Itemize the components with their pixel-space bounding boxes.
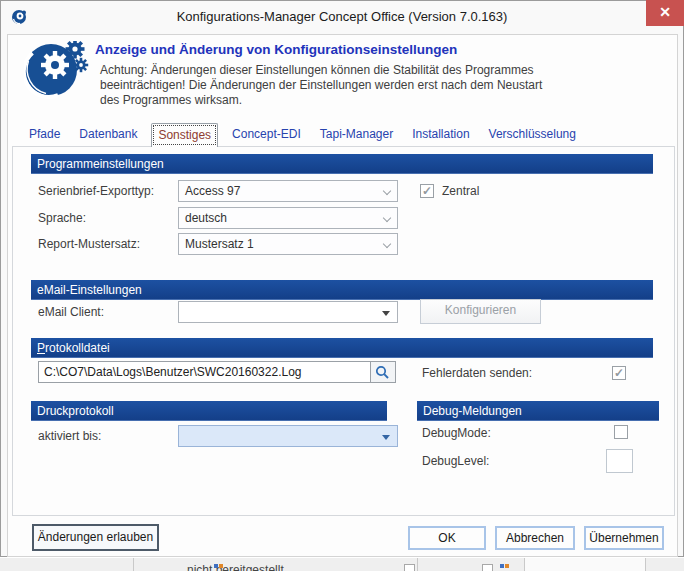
zentral-checkbox[interactable]: ✓ <box>420 184 434 198</box>
debuglevel-label: DebugLevel: <box>422 454 489 468</box>
tab-installation[interactable]: Installation <box>407 123 474 147</box>
sprache-combobox[interactable]: deutsch <box>178 207 398 229</box>
tab-pfade[interactable]: Pfade <box>24 123 65 147</box>
fehlerdaten-checkbox[interactable]: ✓ <box>612 366 626 380</box>
section-email-einstellungen: eMail-Einstellungen <box>31 280 653 300</box>
uebernehmen-button[interactable]: Übernehmen <box>584 526 664 550</box>
tab-concept-edi[interactable]: Concept-EDI <box>227 123 306 147</box>
chevron-down-icon <box>383 240 391 248</box>
dropdown-arrow-icon <box>382 435 390 440</box>
config-manager-window: Konfigurations-Manager Concept Office (V… <box>0 0 684 571</box>
email-client-combobox[interactable] <box>178 301 398 323</box>
section-debug-meldungen: Debug-Meldungen <box>417 401 659 421</box>
window-title: Konfigurations-Manager Concept Office (V… <box>1 1 683 32</box>
debugmode-label: DebugMode: <box>422 426 491 440</box>
browse-button[interactable] <box>371 361 396 383</box>
section-druckprotokoll: Druckprotokoll <box>31 401 387 421</box>
report-mustersatz-label: Report-Mustersatz: <box>38 233 140 255</box>
report-mustersatz-combobox[interactable]: Mustersatz 1 <box>178 233 398 255</box>
warning-text: Achtung: Änderungen dieser Einstellungen… <box>100 63 542 108</box>
page-title: Anzeige und Änderung von Konfigurationse… <box>95 42 457 57</box>
section-programmeinstellungen: Programmeinstellungen <box>31 154 653 174</box>
sprache-label: Sprache: <box>38 207 86 229</box>
debugmode-checkbox[interactable] <box>614 425 628 439</box>
section-protokolldatei: Protokolldatei <box>31 338 653 358</box>
tab-datenbank[interactable]: Datenbank <box>74 123 142 147</box>
titlebar: Konfigurations-Manager Concept Office (V… <box>1 1 683 33</box>
header-logo <box>24 41 94 99</box>
app-icon <box>11 9 27 25</box>
search-icon <box>375 365 390 380</box>
serienbrief-combobox[interactable]: Access 97 <box>178 180 398 202</box>
fehlerdaten-label: Fehlerdaten senden: <box>422 366 532 380</box>
aktiviert-bis-label: aktiviert bis: <box>38 425 101 447</box>
zentral-label: Zentral <box>442 184 479 198</box>
ok-button[interactable]: OK <box>408 526 486 550</box>
serienbrief-label: Serienbrief-Exporttyp: <box>38 180 154 202</box>
abbrechen-button[interactable]: Abbrechen <box>495 526 575 550</box>
dialog: Konfigurations-Manager Concept Office (V… <box>0 0 684 557</box>
chevron-down-icon <box>383 187 391 195</box>
background-checkbox <box>404 564 415 571</box>
dialog-client-area: Anzeige und Änderung von Konfigurationse… <box>7 34 678 557</box>
tab-tapi-manager[interactable]: Tapi-Manager <box>315 123 398 147</box>
dropdown-arrow-icon <box>382 311 390 316</box>
email-client-label: eMail Client: <box>38 301 104 323</box>
close-button[interactable]: ✕ <box>646 0 684 26</box>
aktiviert-bis-combobox[interactable] <box>178 425 398 447</box>
tab-verschluesselung[interactable]: Verschlüsselung <box>484 123 581 147</box>
debuglevel-input[interactable] <box>606 449 633 473</box>
background-window-strip: nicht bereitgestellt <box>0 558 684 571</box>
tab-sonstiges[interactable]: Sonstiges <box>151 123 218 147</box>
aenderungen-erlauben-button[interactable]: Änderungen erlauben <box>32 524 159 551</box>
background-checkbox <box>482 564 493 571</box>
chevron-down-icon <box>383 214 391 222</box>
background-row-text: nicht bereitgestellt <box>187 563 284 571</box>
konfigurieren-button[interactable]: Konfigurieren <box>420 299 541 324</box>
protokolldatei-input[interactable]: C:\CO7\Data\Logs\Benutzer\SWC20160322.Lo… <box>38 361 371 383</box>
tab-bar: Pfade Datenbank Sonstiges Concept-EDI Ta… <box>24 123 590 147</box>
